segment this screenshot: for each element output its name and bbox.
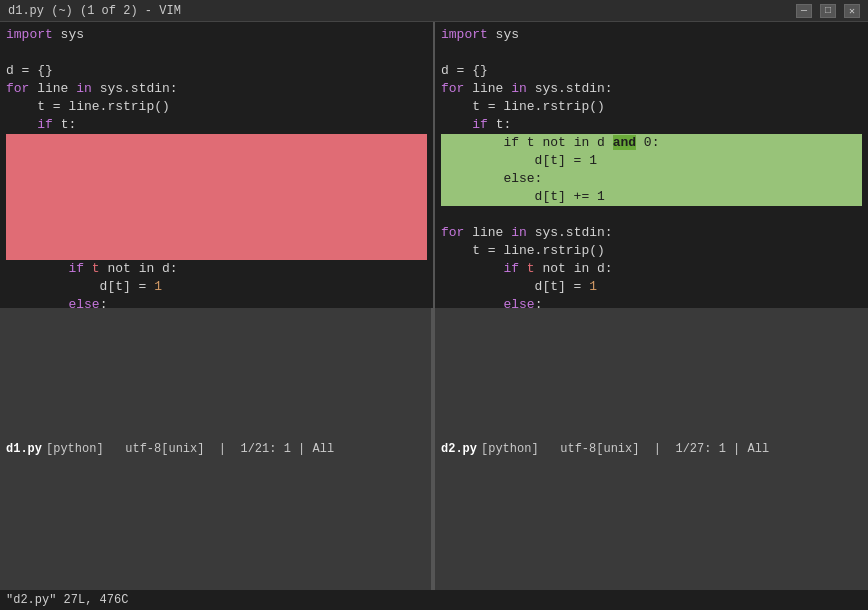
line: d = {} (6, 62, 427, 80)
left-code-area[interactable]: import sys d = {} for line in sys.stdin:… (0, 22, 433, 308)
line-deleted (6, 206, 427, 224)
left-status-bar: d1.py [python] utf-8[unix] | 1/21: 1 | A… (0, 308, 433, 590)
maximize-button[interactable]: □ (820, 4, 836, 18)
line-deleted (6, 242, 427, 260)
line-deleted (6, 188, 427, 206)
line: d[t] = 1 (441, 278, 862, 296)
line-added: if t not in d and 0: (441, 134, 862, 152)
line: t = line.rstrip() (6, 98, 427, 116)
minimize-button[interactable]: — (796, 4, 812, 18)
left-pane: import sys d = {} for line in sys.stdin:… (0, 22, 435, 590)
line: if t not in d: (441, 260, 862, 278)
bottom-message: "d2.py" 27L, 476C (6, 593, 128, 607)
line: else: (6, 296, 427, 308)
right-encoding: utf-8[unix] (560, 442, 639, 456)
line: d[t] = 1 (6, 278, 427, 296)
line: else: (441, 296, 862, 308)
line: t = line.rstrip() (441, 98, 862, 116)
line: for line in sys.stdin: (441, 224, 862, 242)
line-deleted (6, 152, 427, 170)
window-controls[interactable]: — □ ✕ (796, 4, 860, 18)
editor-container: import sys d = {} for line in sys.stdin:… (0, 22, 868, 590)
line: t = line.rstrip() (441, 242, 862, 260)
title-bar: d1.py (~) (1 of 2) - VIM — □ ✕ (0, 0, 868, 22)
line: for line in sys.stdin: (441, 80, 862, 98)
line-added: else: (441, 170, 862, 188)
left-filetype: [python] (46, 442, 104, 456)
right-position: 1/27: 1 (675, 442, 725, 456)
left-filename: d1.py (6, 442, 42, 456)
line: if t not in d: (6, 260, 427, 278)
line (441, 206, 862, 224)
line-added: d[t] = 1 (441, 152, 862, 170)
right-pane: import sys d = {} for line in sys.stdin:… (435, 22, 868, 590)
line-added: d[t] += 1 (441, 188, 862, 206)
right-mode: All (748, 442, 770, 456)
window-title: d1.py (~) (1 of 2) - VIM (8, 4, 181, 18)
line: if t: (6, 116, 427, 134)
line-deleted (6, 224, 427, 242)
line: import sys (6, 26, 427, 44)
right-filename: d2.py (441, 442, 477, 456)
line: if t: (441, 116, 862, 134)
line: import sys (441, 26, 862, 44)
line: d = {} (441, 62, 862, 80)
left-mode: All (313, 442, 335, 456)
right-code-area[interactable]: import sys d = {} for line in sys.stdin:… (435, 22, 868, 308)
line (441, 44, 862, 62)
bottom-message-bar: "d2.py" 27L, 476C (0, 590, 868, 610)
right-filetype: [python] (481, 442, 539, 456)
close-button[interactable]: ✕ (844, 4, 860, 18)
left-encoding: utf-8[unix] (125, 442, 204, 456)
line: for line in sys.stdin: (6, 80, 427, 98)
line-deleted (6, 170, 427, 188)
left-position: 1/21: 1 (240, 442, 290, 456)
line (6, 44, 427, 62)
line-deleted (6, 134, 427, 152)
right-status-bar: d2.py [python] utf-8[unix] | 1/27: 1 | A… (435, 308, 868, 590)
